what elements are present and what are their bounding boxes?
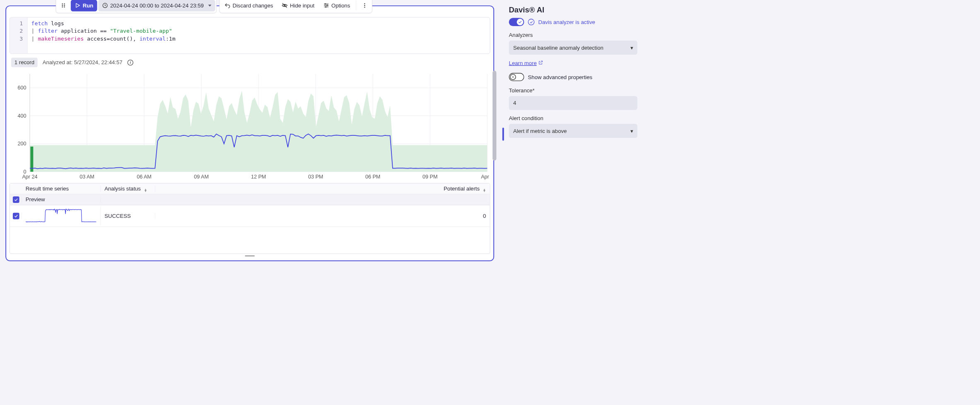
info-icon[interactable]: i (127, 60, 133, 65)
advanced-label: Show advanced properties (528, 74, 593, 80)
sidebar-title: Davis® AI (509, 5, 637, 14)
svg-point-0 (62, 3, 63, 4)
run-label: Run (83, 2, 94, 9)
results-table: Result time series Analysis status ▲▼ Po… (10, 183, 490, 254)
svg-text:09 AM: 09 AM (194, 174, 209, 180)
date-range-button[interactable]: 2024-04-24 00:00 to 2024-04-24 23:59 (98, 0, 215, 11)
tolerance-label: Tolerance* (509, 88, 637, 94)
analyzer-active-text: Davis analyzer is active (538, 19, 595, 25)
alert-condition-select[interactable]: Alert if metric is above ▾ (509, 124, 637, 138)
analyzer-toggle[interactable] (509, 18, 524, 26)
check-circle-icon (528, 19, 535, 25)
svg-line-8 (282, 3, 287, 8)
svg-text:09 PM: 09 PM (422, 174, 437, 180)
svg-point-16 (364, 5, 365, 6)
svg-point-3 (64, 5, 65, 6)
svg-text:Apr 2: Apr 2 (481, 174, 490, 180)
resize-handle[interactable] (10, 254, 490, 258)
tolerance-input[interactable]: 4 (509, 96, 637, 110)
date-range-text: 2024-04-24 00:00 to 2024-04-24 23:59 (110, 2, 204, 9)
undo-icon (224, 2, 230, 8)
svg-point-15 (364, 3, 365, 4)
col-result-timeseries[interactable]: Result time series (22, 186, 101, 192)
svg-text:400: 400 (18, 113, 27, 119)
sparkline (26, 207, 97, 224)
sort-icon: ▲▼ (483, 188, 486, 192)
svg-point-14 (325, 7, 326, 7)
table-row[interactable]: SUCCESS 0 (10, 205, 490, 227)
record-count-badge: 1 record (11, 58, 38, 67)
analyzers-label: Analyzers (509, 32, 637, 39)
analyzed-at-text: Analyzed at: 5/27/2024, 22:44:57 (43, 59, 123, 65)
code-editor[interactable]: 123 fetch logs| filter application == "T… (10, 17, 490, 54)
options-button[interactable]: Options (319, 0, 354, 11)
drag-handle-button[interactable] (57, 0, 70, 11)
discard-label: Discard changes (232, 2, 273, 9)
row-checkbox[interactable] (13, 212, 19, 219)
analyzer-select[interactable]: Seasonal baseline anomaly detection ▾ (509, 41, 637, 55)
col-analysis-status[interactable]: Analysis status ▲▼ (101, 186, 155, 192)
timeseries-chart[interactable]: 0200400600Apr 2403 AM06 AM09 AM12 PM03 P… (10, 71, 490, 180)
preview-checkbox[interactable] (13, 196, 19, 203)
external-link-icon (538, 60, 543, 66)
chevron-down-icon: ▾ (630, 44, 633, 51)
panel-divider[interactable] (502, 128, 504, 141)
hide-input-label: Hide input (290, 2, 314, 9)
discard-button[interactable]: Discard changes (221, 0, 277, 11)
svg-point-5 (64, 7, 65, 7)
options-label: Options (331, 2, 350, 9)
svg-text:03 AM: 03 AM (80, 174, 94, 180)
row-alerts: 0 (435, 213, 490, 219)
davis-sidebar: Davis® AI Davis analyzer is active Analy… (502, 0, 644, 266)
svg-text:200: 200 (18, 141, 27, 147)
svg-text:600: 600 (18, 85, 27, 91)
run-button[interactable]: Run (71, 0, 97, 11)
clock-icon (102, 2, 108, 8)
sliders-icon (323, 2, 329, 8)
alert-condition-label: Alert condition (509, 116, 637, 122)
learn-more-link[interactable]: Learn more (509, 60, 543, 66)
svg-point-17 (364, 7, 365, 7)
svg-text:06 AM: 06 AM (137, 174, 152, 180)
chevron-down-icon: ▾ (630, 128, 633, 134)
more-menu-button[interactable] (359, 0, 371, 11)
col-potential-alerts[interactable]: Potential alerts ▲▼ (435, 186, 490, 192)
svg-point-13 (327, 5, 328, 6)
vertical-scrollbar[interactable] (492, 71, 496, 161)
code-content[interactable]: fetch logs| filter application == "Trave… (27, 17, 179, 53)
svg-point-4 (62, 7, 63, 7)
svg-text:12 PM: 12 PM (251, 174, 266, 180)
sort-icon: ▲▼ (144, 188, 147, 192)
svg-point-1 (64, 3, 65, 4)
query-panel: 123 fetch logs| filter application == "T… (5, 5, 494, 261)
preview-label: Preview (22, 196, 101, 202)
more-vertical-icon (362, 2, 367, 8)
svg-text:06 PM: 06 PM (365, 174, 380, 180)
line-gutter: 123 (10, 17, 28, 53)
grip-icon (60, 2, 66, 8)
svg-text:03 PM: 03 PM (308, 174, 323, 180)
svg-text:Apr 24: Apr 24 (22, 174, 37, 180)
advanced-toggle[interactable] (509, 73, 524, 81)
svg-point-12 (325, 3, 326, 4)
hide-input-button[interactable]: Hide input (278, 0, 318, 11)
eye-off-icon (282, 2, 287, 8)
row-status: SUCCESS (101, 213, 155, 219)
play-icon (75, 2, 80, 8)
svg-point-2 (62, 5, 63, 6)
